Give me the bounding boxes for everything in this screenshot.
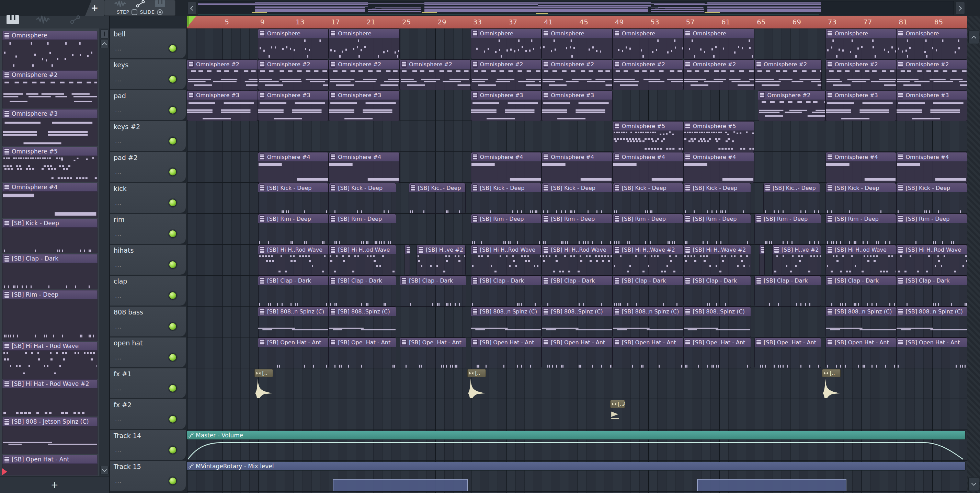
track-mute-led[interactable] [169, 44, 177, 52]
pattern-clip[interactable]: [SB] 808..n Spinz (C) [897, 307, 967, 337]
track-header-pad[interactable]: pad... [110, 90, 186, 121]
pattern-clip[interactable]: [SB] Kick - Deep [471, 183, 541, 213]
pattern-clip[interactable]: Omnisphere #3 [187, 91, 258, 121]
pattern-clip[interactable]: [SB] Kick - Deep [542, 183, 612, 213]
track-name[interactable]: fx #2 [114, 401, 132, 409]
pattern-clip[interactable] [760, 245, 764, 275]
pattern-clip[interactable]: Omnisphere #2 [684, 60, 754, 90]
automation-step-block[interactable] [697, 479, 846, 491]
pattern-clip[interactable]: [SB] Ope..Hat - Ant [329, 338, 396, 368]
pattern-item[interactable]: Omnisphere [2, 31, 97, 40]
pattern-clip[interactable]: Omnisphere #2 [471, 60, 541, 90]
pattern-clip[interactable]: Omnisphere [897, 29, 967, 59]
pattern-clip[interactable]: Omnisphere [826, 29, 896, 59]
piano-icon[interactable] [155, 0, 165, 9]
pattern-clip[interactable]: [SB] H..ve #2 [773, 245, 821, 275]
pattern-clip[interactable]: [SB] Rim - Deep [329, 214, 396, 245]
pattern-scrollbar[interactable] [99, 29, 109, 476]
pattern-clip[interactable]: Omnisphere #4 [258, 153, 329, 183]
pattern-clip[interactable]: [SB] Clap - Dark [826, 276, 896, 306]
pattern-clip[interactable]: Omnisphere #3 [258, 91, 329, 121]
track-header-hihats[interactable]: hihats... [110, 245, 186, 275]
scroll-down-button[interactable] [968, 477, 979, 491]
pattern-clip[interactable]: [SB] Kick - Deep [613, 183, 683, 213]
track-header-rim[interactable]: rim... [110, 214, 186, 244]
scroll-up-button[interactable] [100, 39, 108, 48]
pattern-clip[interactable]: [SB] Open Hat - Ant [897, 338, 967, 368]
track-menu-button[interactable]: ... [115, 447, 122, 453]
piano-icon[interactable] [5, 14, 21, 25]
track-menu-button[interactable]: ... [115, 138, 122, 145]
pattern-clip[interactable]: Omnisphere #4 [826, 153, 896, 183]
track-header-track-15[interactable]: Track 15... [110, 461, 186, 491]
track-header-track-14[interactable]: Track 14... [110, 430, 186, 460]
pattern-clip[interactable]: Omnisphere #4 [897, 153, 967, 183]
pattern-clip[interactable]: [SB] Clap - Dark [329, 276, 396, 306]
pattern-clip[interactable]: [SB] Kick - Deep [329, 183, 396, 213]
pattern-clip[interactable]: [SB] Hi H..od Wave [329, 245, 396, 275]
track-name[interactable]: kick [114, 185, 127, 192]
track-mute-led[interactable] [169, 106, 177, 115]
pattern-clip[interactable]: [SB] 808..Spinz (C) [684, 307, 750, 337]
track-menu-button[interactable]: ... [115, 261, 122, 268]
pattern-clip[interactable]: [SB] Rim - Deep [826, 214, 896, 245]
track-mute-led[interactable] [169, 353, 177, 361]
pattern-clip[interactable]: [SB] 808..n Spinz (C) [471, 307, 541, 337]
track-header-fx-2[interactable]: fx #2... [110, 399, 186, 429]
track-menu-button[interactable]: ... [115, 354, 122, 361]
track-mute-led[interactable] [169, 384, 177, 393]
pattern-clip[interactable]: Omnisphere [329, 29, 399, 59]
pattern-clip[interactable]: Omnisphere #3 [471, 91, 541, 121]
audio-clip[interactable]: [.. [255, 369, 273, 399]
pattern-clip[interactable]: [SB] Open Hat - Ant [258, 338, 329, 368]
track-menu-button[interactable]: ... [115, 76, 122, 83]
pattern-clip[interactable]: [SB] Ope..Hat - Ant [755, 338, 821, 368]
track-name[interactable]: clap [114, 277, 127, 285]
track-header-kick[interactable]: kick... [110, 183, 186, 213]
pattern-clip[interactable]: [SB] Clap - Dark [755, 276, 821, 306]
pattern-clip[interactable]: [SB] Clap - Dark [258, 276, 329, 306]
pattern-clip[interactable]: [SB] Clap - Dark [897, 276, 967, 306]
track-header-clap[interactable]: clap... [110, 276, 186, 306]
playlist-vertical-scrollbar[interactable] [967, 0, 980, 493]
pattern-item[interactable]: [SB] Hi Hat - Rod Wave [2, 342, 97, 350]
pattern-clip[interactable]: Omnisphere #4 [329, 153, 399, 183]
track-name[interactable]: rim [114, 216, 125, 223]
automation-icon[interactable] [136, 0, 145, 9]
pattern-clip[interactable]: [SB] H..ve #2 [417, 245, 465, 275]
track-menu-button[interactable]: ... [115, 231, 122, 237]
playlist-grid[interactable]: OmnisphereOmnisphereOmnisphereOmnisphere… [187, 29, 967, 493]
pattern-clip[interactable]: Omnisphere #2 [329, 60, 399, 90]
pattern-clip[interactable]: [SB] Open Hat - Ant [826, 338, 896, 368]
automation-clip[interactable]: MVintageRotary - Mix level [187, 462, 965, 470]
step-toggle[interactable] [132, 9, 137, 15]
pattern-clip[interactable]: Omnisphere [471, 29, 541, 59]
pattern-clip[interactable]: [SB] Rim - Deep [542, 214, 612, 245]
audio-clip[interactable]: [..A [610, 400, 625, 429]
track-name[interactable]: keys #2 [114, 123, 140, 130]
arrangement-minimap[interactable] [198, 1, 954, 15]
add-pattern-bar[interactable]: + [0, 476, 109, 493]
track-name[interactable]: keys [114, 61, 129, 69]
pattern-clip[interactable]: [SB] Clap - Dark [400, 276, 466, 306]
scroll-down-button[interactable] [100, 466, 108, 475]
track-mute-led[interactable] [169, 230, 177, 238]
slide-toggle[interactable] [157, 9, 163, 15]
track-name[interactable]: pad [114, 92, 126, 100]
track-mute-led[interactable] [169, 199, 177, 207]
track-mute-led[interactable] [169, 75, 177, 83]
track-header-fx-1[interactable]: fx #1... [110, 368, 186, 399]
pattern-clip[interactable]: [SB] Rim - Deep [755, 214, 821, 245]
pattern-clip[interactable]: [SB] Hi H..od Wave [826, 245, 896, 275]
pattern-clip[interactable]: Omnisphere #2 [613, 60, 683, 90]
pattern-clip[interactable]: Omnisphere #2 [187, 60, 258, 90]
pattern-clip[interactable]: [SB] 808..n Spinz (C) [613, 307, 683, 337]
scroll-right-button[interactable] [955, 2, 965, 14]
pattern-clip[interactable]: Omnisphere #2 [258, 60, 329, 90]
audio-clip[interactable]: [.. [822, 369, 841, 399]
song-start-marker[interactable] [187, 16, 196, 27]
pattern-clip[interactable]: Omnisphere [258, 29, 329, 59]
pattern-clip[interactable]: [SB] Kic..- Deep [764, 183, 819, 213]
pattern-clip[interactable]: [SB] Hi H..Wave #2 [684, 245, 750, 275]
pattern-clip[interactable]: Omnisphere #5 [613, 121, 683, 152]
